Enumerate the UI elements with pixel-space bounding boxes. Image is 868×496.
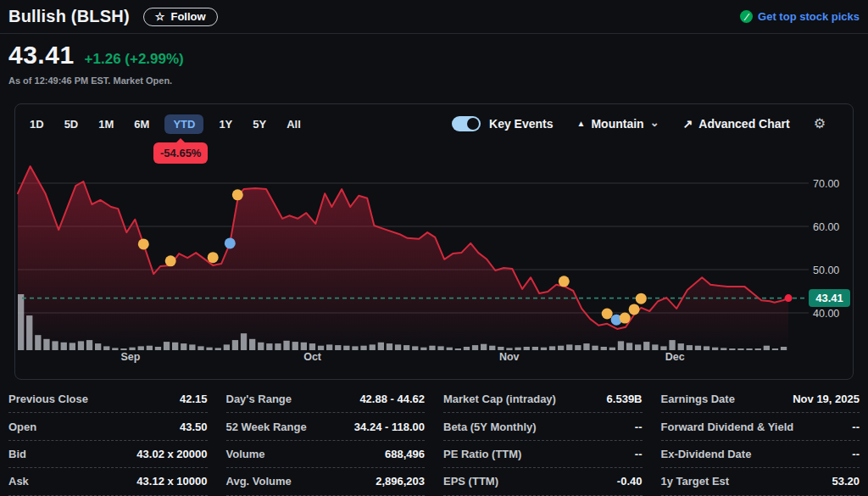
- stat-value: --: [635, 421, 643, 433]
- volume-bar: [181, 343, 186, 350]
- key-event-marker[interactable]: [208, 252, 219, 263]
- stat-value: 42.15: [180, 393, 208, 405]
- volume-bar: [395, 344, 401, 350]
- stat-value: 43.50: [180, 421, 208, 433]
- volume-bar: [583, 343, 589, 350]
- range-button-5y[interactable]: 5Y: [253, 114, 266, 134]
- volume-bar: [678, 343, 684, 350]
- range-button-all[interactable]: All: [287, 114, 301, 134]
- volume-bar: [695, 346, 701, 350]
- volume-bar: [464, 347, 470, 350]
- stat-label: Earnings Date: [661, 393, 735, 405]
- key-event-marker[interactable]: [620, 313, 631, 324]
- key-event-marker[interactable]: [225, 237, 236, 248]
- volume-bar: [712, 348, 718, 350]
- volume-bar: [198, 346, 203, 350]
- advanced-chart-label: Advanced Chart: [698, 117, 789, 131]
- stat-row: Earnings DateNov 19, 2025: [661, 386, 860, 413]
- key-event-marker[interactable]: [232, 189, 243, 200]
- volume-bar: [660, 346, 666, 350]
- chart-type-select[interactable]: ▲ Mountain ⌄: [577, 117, 659, 131]
- key-event-marker[interactable]: [602, 309, 613, 320]
- follow-button[interactable]: ☆ Follow: [143, 8, 218, 26]
- volume-bar: [266, 343, 272, 350]
- key-event-marker[interactable]: [559, 276, 570, 287]
- stat-label: Volume: [226, 448, 265, 460]
- range-button-1d[interactable]: 1D: [30, 114, 44, 134]
- key-events-toggle-group[interactable]: Key Events: [452, 116, 553, 131]
- price-chart[interactable]: 70.0060.0050.0040.0043.41SepOctNovDec: [15, 104, 853, 379]
- key-event-marker[interactable]: [636, 293, 647, 304]
- volume-bar: [575, 345, 581, 350]
- stats-grid: Previous Close42.15Open43.50Bid43.02 x 2…: [8, 386, 860, 496]
- volume-bar: [70, 343, 75, 350]
- range-button-1m[interactable]: 1M: [98, 114, 114, 134]
- volume-bar: [472, 345, 478, 350]
- stat-label: PE Ratio (TTM): [443, 448, 521, 460]
- range-button-ytd[interactable]: YTD: [164, 114, 203, 134]
- key-events-toggle[interactable]: [452, 116, 481, 131]
- stat-label: Previous Close: [8, 393, 88, 405]
- price-change-value: +1.26: [85, 51, 121, 67]
- last-price-dot: [785, 294, 793, 302]
- y-axis-tick-label: 60.00: [813, 221, 839, 233]
- volume-bar: [129, 348, 135, 350]
- volume-bar: [498, 347, 504, 350]
- volume-bar: [164, 342, 170, 350]
- stat-row: Market Cap (intraday)6.539B: [443, 386, 643, 413]
- stat-row: PE Ratio (TTM)--: [443, 441, 643, 468]
- x-axis-month-label: Nov: [499, 351, 520, 363]
- volume-bar: [403, 345, 409, 350]
- top-stock-picks-link[interactable]: ⁄ Get top stock picks: [740, 10, 860, 23]
- stat-row: Ex-Dividend Date--: [661, 441, 860, 468]
- stat-value: Nov 19, 2025: [793, 393, 860, 405]
- y-axis-tick-label: 50.00: [813, 265, 839, 276]
- stat-row: Open43.50: [8, 413, 208, 440]
- chevron-down-icon: ⌄: [650, 117, 659, 128]
- volume-bar: [378, 343, 384, 350]
- volume-bar: [360, 346, 366, 350]
- chart-controls: Key Events ▲ Mountain ⌄ ↗ Advanced Chart…: [452, 116, 826, 131]
- toggle-knob-icon: [467, 118, 479, 130]
- stat-value: 53.20: [832, 475, 860, 488]
- volume-bar: [601, 347, 607, 350]
- stat-value: --: [852, 448, 860, 460]
- chart-panel: 70.0060.0050.0040.0043.41SepOctNovDec 1D…: [14, 103, 854, 380]
- key-event-marker[interactable]: [138, 238, 149, 249]
- range-button-5d[interactable]: 5D: [64, 114, 79, 134]
- star-icon: ☆: [155, 11, 165, 22]
- volume-bar: [138, 346, 144, 350]
- volume-bar: [721, 348, 726, 350]
- volume-bar: [652, 344, 658, 350]
- premium-icon: ⁄: [740, 10, 753, 23]
- range-button-1y[interactable]: 1Y: [219, 114, 232, 134]
- volume-bar: [283, 341, 289, 350]
- stat-value: --: [635, 448, 643, 460]
- volume-bar: [318, 346, 324, 350]
- volume-bar: [746, 348, 752, 350]
- as-of-timestamp: As of 12:49:46 PM EST. Market Open.: [8, 75, 184, 86]
- key-events-label: Key Events: [489, 117, 553, 131]
- stat-label: 52 Week Range: [226, 421, 307, 433]
- stats-column: Day's Range42.88 - 44.6252 Week Range34.…: [226, 386, 426, 496]
- range-button-6m[interactable]: 6M: [134, 114, 149, 134]
- key-event-marker[interactable]: [629, 304, 640, 315]
- advanced-chart-button[interactable]: ↗ Advanced Chart: [683, 117, 790, 131]
- volume-bar: [224, 344, 230, 350]
- page-title: Bullish (BLSH): [8, 7, 130, 26]
- gear-icon[interactable]: ⚙: [814, 117, 826, 131]
- volume-bar: [249, 339, 255, 350]
- volume-bar: [335, 345, 341, 350]
- volume-bar: [18, 294, 24, 350]
- stat-row: Day's Range42.88 - 44.62: [226, 386, 426, 413]
- volume-bar: [764, 346, 770, 350]
- stat-value: 43.02 x 20000: [136, 448, 207, 460]
- volume-bar: [506, 348, 512, 350]
- stat-label: Beta (5Y Monthly): [443, 421, 537, 433]
- volume-bar: [489, 346, 495, 350]
- price-change: +1.26 (+2.99%): [85, 51, 184, 68]
- volume-bar: [241, 333, 247, 350]
- volume-bar: [437, 346, 443, 350]
- stat-value: 42.88 - 44.62: [359, 393, 425, 405]
- key-event-marker[interactable]: [165, 255, 176, 266]
